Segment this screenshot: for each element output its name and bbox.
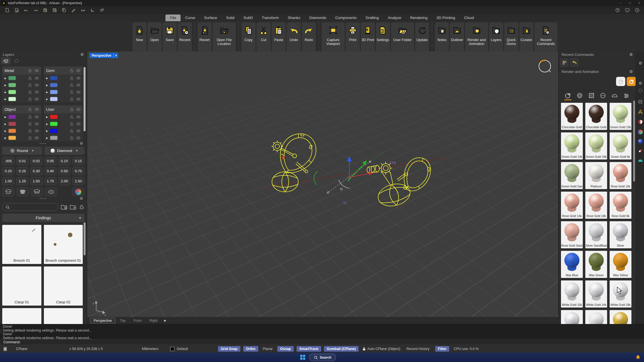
material-card[interactable]: White Gold 14k bbox=[585, 280, 607, 308]
play-icon[interactable]: ▶ bbox=[46, 98, 50, 101]
viewport-title-chip[interactable]: Perspective ▼ bbox=[89, 53, 118, 58]
layer-color-swatch[interactable] bbox=[8, 136, 16, 140]
finding-item[interactable]: Clasp 01 bbox=[2, 266, 41, 306]
notification-bell-icon[interactable] bbox=[636, 355, 640, 359]
finding-item[interactable]: Brooch 01 bbox=[2, 225, 41, 264]
minimize-button[interactable]: − bbox=[620, 1, 622, 5]
recent-command-undo-button[interactable] bbox=[570, 59, 578, 66]
view-navigation-ring[interactable] bbox=[539, 60, 551, 72]
layer-row[interactable]: ▶ bbox=[2, 120, 41, 127]
materials-tab-metals[interactable] bbox=[564, 91, 572, 100]
eye-icon[interactable] bbox=[76, 108, 80, 111]
toggle-gumball[interactable]: Gumball (CPlane) bbox=[324, 346, 359, 352]
play-icon[interactable]: ▶ bbox=[4, 123, 8, 125]
panel-tab-sphere-icon[interactable] bbox=[638, 139, 643, 144]
open-file-location-button[interactable]: Open File Location bbox=[213, 22, 236, 53]
panel-tab-artisan-icon[interactable] bbox=[638, 109, 643, 116]
layer-row[interactable]: ▶ bbox=[2, 96, 41, 103]
gem-cut-select[interactable]: Diamond▼ bbox=[44, 147, 84, 155]
setting-style-button[interactable] bbox=[16, 187, 29, 196]
render-and-animation-button[interactable]: Render and Animation bbox=[465, 22, 488, 53]
layer-color-swatch[interactable] bbox=[50, 76, 58, 80]
material-card[interactable]: Green Gold San bbox=[561, 162, 583, 189]
layer-color-swatch[interactable] bbox=[50, 122, 58, 126]
new-button[interactable]: New bbox=[132, 22, 146, 53]
print-button[interactable]: Print bbox=[346, 22, 360, 53]
setting-style-button[interactable] bbox=[2, 187, 15, 196]
3d-print-button[interactable]: 3D Print bbox=[361, 22, 375, 53]
lock-icon[interactable] bbox=[28, 129, 32, 133]
eye-icon[interactable] bbox=[76, 122, 80, 126]
viewport-title-dropdown[interactable]: ▼ bbox=[113, 53, 118, 58]
gem-size-button[interactable]: 1.75 bbox=[44, 177, 56, 185]
status-cplane[interactable]: CPlane bbox=[16, 347, 27, 351]
lock-icon[interactable] bbox=[70, 76, 74, 80]
eye-icon[interactable] bbox=[35, 136, 39, 140]
material-card[interactable]: Green Gold 10k bbox=[610, 103, 631, 130]
gem-size-button[interactable]: 1.50 bbox=[30, 177, 42, 185]
eye-icon[interactable] bbox=[76, 69, 80, 72]
toggle-filter[interactable]: Filter bbox=[435, 346, 449, 352]
toggle-auto-cplane[interactable]: Auto CPlane (Object) bbox=[367, 347, 400, 351]
eye-icon[interactable] bbox=[35, 108, 39, 111]
gem-shape-select[interactable]: Round▼ bbox=[2, 147, 42, 155]
save-as-icon[interactable] bbox=[52, 8, 57, 13]
gem-size-button[interactable]: 0.20 bbox=[2, 167, 14, 175]
recent-command-button[interactable] bbox=[560, 59, 568, 66]
eye-icon[interactable] bbox=[76, 97, 80, 101]
materials-tab-textures[interactable] bbox=[587, 91, 596, 100]
layers-tab-3d-view[interactable] bbox=[1, 58, 11, 64]
panel-tab-dome-icon[interactable] bbox=[638, 158, 643, 163]
new-file-icon[interactable] bbox=[5, 8, 10, 13]
render-active-button[interactable] bbox=[627, 77, 636, 86]
material-card[interactable]: Rose Gold 14k bbox=[561, 192, 583, 219]
eye-icon[interactable] bbox=[76, 90, 80, 94]
viewport-tab-front[interactable]: Front bbox=[130, 318, 145, 323]
gem-size-button[interactable]: 1.00 bbox=[2, 177, 14, 185]
tab-diamonds[interactable]: Diamonds bbox=[305, 15, 331, 21]
layer-color-swatch[interactable] bbox=[8, 83, 16, 87]
gem-size-button[interactable]: 2.50 bbox=[72, 177, 84, 185]
lock-icon[interactable] bbox=[28, 90, 32, 94]
tab-surface[interactable]: Surface bbox=[200, 15, 222, 21]
angle-tool-icon[interactable] bbox=[90, 8, 95, 13]
copy-button[interactable]: Copy bbox=[242, 22, 255, 53]
toggle-smarttrack[interactable]: SmartTrack bbox=[297, 346, 321, 352]
help-icon[interactable] bbox=[615, 8, 620, 13]
layer-row[interactable]: ▶ bbox=[2, 113, 41, 120]
lock-icon[interactable] bbox=[70, 129, 74, 133]
finding-item[interactable] bbox=[2, 308, 41, 324]
lock-icon[interactable] bbox=[28, 97, 32, 101]
update-button[interactable]: Update bbox=[415, 22, 429, 53]
material-card[interactable]: Rose Gold 10k bbox=[610, 162, 631, 189]
layer-row[interactable]: ▶ bbox=[44, 127, 83, 134]
play-icon[interactable]: ▶ bbox=[4, 98, 8, 101]
layers-tab-gem-view[interactable] bbox=[12, 58, 21, 64]
layer-row[interactable]: ▶ bbox=[44, 82, 83, 89]
finding-item[interactable]: Brooch component 01 bbox=[44, 225, 83, 264]
layer-color-swatch[interactable] bbox=[8, 115, 16, 119]
material-card[interactable] bbox=[585, 310, 607, 324]
finding-item[interactable]: Clasp 02 bbox=[44, 266, 83, 306]
lock-icon[interactable] bbox=[28, 122, 32, 126]
eye-icon[interactable] bbox=[35, 69, 39, 72]
display-icon[interactable] bbox=[625, 8, 630, 13]
drag-insert-hand-icon[interactable] bbox=[79, 204, 84, 209]
findings-header[interactable]: Findings ▼ bbox=[2, 214, 84, 222]
save-icon[interactable] bbox=[43, 8, 48, 13]
eye-icon[interactable] bbox=[35, 90, 39, 94]
lock-icon[interactable] bbox=[70, 90, 74, 94]
eye-icon[interactable] bbox=[35, 129, 39, 133]
material-card[interactable]: Chocolate Gold bbox=[561, 103, 583, 130]
play-icon[interactable]: ▶ bbox=[4, 116, 8, 118]
layer-row[interactable]: ▶ bbox=[44, 113, 83, 120]
materials-scrollbar[interactable] bbox=[633, 101, 635, 182]
tab-rendering[interactable]: Rendering bbox=[406, 15, 432, 21]
material-card[interactable]: Green Gold 14k bbox=[561, 132, 583, 159]
material-card[interactable]: Chocolate Gold bbox=[585, 103, 607, 130]
gumball-plane-handle[interactable] bbox=[340, 188, 342, 190]
outliner-button[interactable]: Outliner bbox=[450, 22, 464, 53]
undo-button[interactable]: Undo bbox=[287, 22, 301, 53]
start-button[interactable] bbox=[300, 355, 305, 360]
render-preview-button[interactable] bbox=[616, 77, 625, 86]
